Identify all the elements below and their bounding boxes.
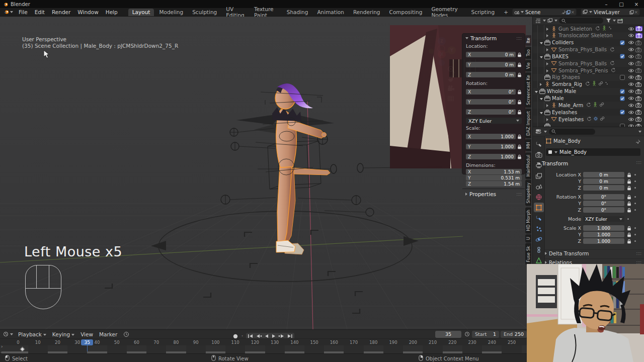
render-camera-toggle[interactable] — [635, 40, 641, 45]
npanel-properties-header[interactable]: Properties :::: — [462, 191, 525, 199]
properties-tab-object[interactable] — [534, 203, 544, 212]
value-field[interactable]: 0 m — [583, 185, 624, 191]
outliner-row[interactable]: Sombra_Phys_Balls — [533, 46, 644, 53]
workspace-tab-sculpting[interactable]: Sculpting — [188, 9, 221, 16]
npanel-tab-daz-import[interactable]: DAZ Import — [525, 109, 531, 138]
npanel-tab-screencast-ke[interactable]: Screencast Ke — [525, 72, 531, 108]
panel-delta-transform[interactable]: Delta Transform:::: — [545, 249, 644, 257]
object-name-field[interactable]: Male_Body — [546, 148, 640, 156]
npanel-y-field[interactable]: Y0 m — [466, 62, 516, 67]
npanel-x-field[interactable]: X0° — [466, 89, 516, 95]
new-collection-icon[interactable] — [617, 18, 623, 24]
preview-range-clock-icon[interactable] — [464, 331, 470, 337]
outliner-filter-mode-icon[interactable] — [547, 18, 553, 23]
lock-icon[interactable] — [627, 236, 631, 246]
outliner-row[interactable]: Sombra_Phys_Balls — [533, 60, 644, 67]
hide-eye-toggle[interactable] — [628, 40, 634, 45]
npanel-z-field[interactable]: Z0° — [466, 109, 516, 115]
current-frame-field[interactable]: 35 — [435, 331, 461, 338]
remove-icon[interactable]: × — [634, 10, 638, 15]
viewlayer-selector[interactable]: ViewLayer × — [581, 9, 640, 16]
render-camera-toggle[interactable] — [635, 26, 642, 31]
lock-icon[interactable] — [627, 205, 631, 215]
properties-tab-view-layer[interactable] — [534, 171, 544, 180]
workspace-tab-scripting[interactable]: Scripting — [467, 9, 499, 16]
npanel-z-field[interactable]: Z1.000 — [466, 154, 516, 159]
timeline-menu-playback[interactable]: Playback — [15, 330, 49, 338]
properties-tab-constraints[interactable] — [534, 245, 544, 254]
expand-arrow[interactable] — [546, 117, 550, 122]
animate-dot[interactable] — [634, 180, 636, 182]
npanel-tab-u[interactable]: U — [525, 234, 531, 242]
properties-tab-world[interactable] — [534, 192, 544, 202]
panel-drag-dots[interactable]: :::: — [516, 36, 522, 41]
npanel-z-field[interactable]: Z0 m — [466, 72, 516, 77]
breadcrumb-object-name[interactable]: Male_Body — [553, 138, 581, 144]
expand-arrow[interactable] — [546, 103, 550, 108]
workspace-tab-layout[interactable]: Layout — [128, 9, 154, 16]
new-copy-icon[interactable] — [566, 10, 571, 15]
value-field[interactable]: 0° — [583, 207, 624, 213]
lock-icon[interactable] — [627, 183, 631, 193]
collection-checkbox[interactable] — [620, 54, 625, 59]
workspace-tab-shading[interactable]: Shading — [283, 9, 312, 16]
hide-eye-toggle[interactable] — [628, 82, 634, 86]
value-field[interactable]: 1.000 — [583, 232, 624, 237]
transform-panel-header[interactable]: Transform — [537, 160, 568, 166]
outliner-row[interactable]: Eyelashes — [533, 116, 644, 123]
panel-drag-dots[interactable]: :::: — [636, 160, 641, 165]
npanel-x-field[interactable]: X0 m — [466, 52, 516, 57]
hide-eye-toggle[interactable] — [628, 33, 634, 38]
npanel-tab-mh[interactable]: MH — [525, 139, 531, 151]
workspace-tab-uv-editing[interactable]: UV Editing — [222, 9, 249, 16]
npanel-y-field[interactable]: Y1.000 — [466, 144, 516, 149]
animate-dot[interactable] — [634, 234, 636, 235]
hide-eye-toggle[interactable] — [628, 117, 634, 122]
timeline-track[interactable] — [0, 345, 532, 354]
expand-arrow[interactable] — [540, 110, 543, 115]
blender-menu-icon[interactable] — [4, 9, 9, 15]
value-field[interactable]: 1.000 — [583, 225, 624, 231]
lock-icon[interactable] — [517, 60, 522, 69]
outliner-row[interactable]: Male — [533, 95, 644, 102]
animate-dot[interactable] — [634, 174, 636, 175]
render-camera-toggle[interactable] — [635, 117, 641, 122]
render-camera-toggle[interactable] — [635, 89, 641, 94]
animate-dot[interactable] — [634, 227, 636, 229]
outliner-row[interactable]: Sombra_Phys_Penis — [533, 67, 644, 74]
playhead-chip[interactable]: 35 — [81, 339, 93, 345]
app-menu-edit[interactable]: Edit — [31, 8, 48, 17]
outliner-row[interactable] — [533, 123, 644, 127]
animate-dot[interactable] — [634, 187, 636, 189]
hide-eye-toggle[interactable] — [628, 47, 634, 52]
expand-arrow[interactable] — [540, 40, 543, 45]
outliner-row[interactable]: Colliders — [533, 39, 644, 46]
unlink-icon[interactable]: × — [571, 10, 575, 15]
outliner-row[interactable]: Rig Shapes — [533, 74, 644, 81]
render-camera-toggle[interactable] — [635, 103, 641, 108]
app-menu-file[interactable]: File — [15, 8, 31, 17]
npanel-tab-ite[interactable]: Ite — [525, 35, 531, 46]
hide-eye-toggle[interactable] — [628, 96, 634, 101]
outliner-row[interactable]: Sombra_Rig — [533, 81, 644, 88]
value-field[interactable]: 0° — [583, 194, 624, 200]
outliner-row[interactable]: BAKES — [533, 53, 644, 60]
npanel-tab-vie[interactable]: Vie — [525, 60, 531, 71]
npanel-y-field[interactable]: Y0.531 m — [466, 175, 522, 180]
timeline-menu-keying[interactable]: Keying — [49, 330, 77, 338]
expand-arrow[interactable] — [546, 68, 550, 73]
start-frame-field[interactable]: Start1 — [472, 331, 499, 338]
render-camera-toggle[interactable] — [635, 33, 642, 38]
npanel-x-field[interactable]: X1.53 m — [466, 169, 522, 174]
npanel-x-field[interactable]: X1.000 — [466, 134, 516, 139]
outliner-row[interactable]: Whole Male — [533, 88, 644, 95]
properties-tab-tool[interactable] — [534, 139, 544, 149]
scene-selector[interactable]: Scene × — [512, 9, 577, 16]
lock-icon[interactable] — [517, 142, 522, 151]
playback-sync-icon[interactable] — [123, 331, 129, 337]
app-menu-window[interactable]: Window — [74, 8, 102, 17]
collection-checkbox[interactable] — [620, 40, 625, 45]
render-camera-toggle[interactable] — [635, 75, 641, 80]
collection-checkbox[interactable] — [620, 89, 625, 94]
new-copy-icon[interactable] — [629, 10, 634, 15]
